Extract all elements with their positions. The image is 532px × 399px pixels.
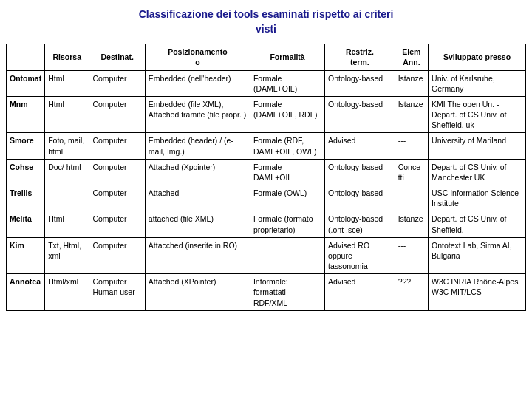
row-cell: Advised — [325, 133, 395, 159]
row-cell: Ontotext Lab, Sirma AI, Bulgaria — [429, 237, 526, 274]
row-name: Ontomat — [7, 70, 45, 96]
table-row: MnmHtmlComputerEmbedded (file XML), Atta… — [7, 96, 526, 133]
col-header-destinat: Destinat. — [89, 44, 145, 70]
table-row: CohseDoc/ htmlComputerAttached (Xpointer… — [7, 159, 526, 185]
row-cell: Istanze — [395, 96, 428, 133]
row-cell: Formale DAML+OIL — [250, 159, 324, 185]
row-cell: Html/xml — [45, 274, 89, 311]
row-cell: Ontology-based (.ont .sce) — [325, 211, 395, 237]
row-cell: Computer — [89, 159, 145, 185]
row-cell: Ontology-based — [325, 70, 395, 96]
row-cell: Doc/ html — [45, 159, 89, 185]
row-name: Mnm — [7, 96, 45, 133]
row-name: Cohse — [7, 159, 45, 185]
row-cell: Embedded (file XML), Attached tramite (f… — [145, 96, 250, 133]
row-cell: Computer — [89, 185, 145, 211]
row-cell: Formale (OWL) — [250, 185, 324, 211]
row-name: Kim — [7, 237, 45, 274]
row-cell: Istanze — [395, 211, 428, 237]
row-cell: Computer — [89, 70, 145, 96]
table-row: MelitaHtmlComputerattached (file XML)For… — [7, 211, 526, 237]
col-header-elem: ElemAnn. — [395, 44, 428, 70]
col-header-risorsa: Risorsa — [45, 44, 89, 70]
row-cell: Html — [45, 211, 89, 237]
row-cell: Formale (RDF, DAML+OIL, OWL) — [250, 133, 324, 159]
row-cell: --- — [395, 133, 428, 159]
row-cell: Formale (DAML+OIL, RDF) — [250, 96, 324, 133]
row-cell: Conce tti — [395, 159, 428, 185]
row-name: Smore — [7, 133, 45, 159]
row-name: Annotea — [7, 274, 45, 311]
col-header-formalita: Formalità — [250, 44, 324, 70]
row-cell: Formale (formato proprietario) — [250, 211, 324, 237]
row-cell: Attached (Xpointer) — [145, 159, 250, 185]
row-cell: Formale (DAML+OIL) — [250, 70, 324, 96]
row-cell: Attacched (inserite in RO) — [145, 237, 250, 274]
table-row: AnnoteaHtml/xmlComputer Human userAttach… — [7, 274, 526, 311]
row-cell — [45, 185, 89, 211]
row-cell: Attached — [145, 185, 250, 211]
row-cell: Embedded (nell'header) — [145, 70, 250, 96]
table-row: SmoreFoto, mail, htmlComputerEmbedded (h… — [7, 133, 526, 159]
row-cell: Univ. of Karlsruhe, Germany — [429, 70, 526, 96]
row-cell: Depart. of CS Univ. of Sheffield. — [429, 211, 526, 237]
table-row: KimTxt, Html, xmlComputerAttacched (inse… — [7, 237, 526, 274]
row-cell: University of Mariland — [429, 133, 526, 159]
row-cell: Attached (XPointer) — [145, 274, 250, 311]
table-row: TrellisComputerAttachedFormale (OWL)Onto… — [7, 185, 526, 211]
row-cell: USC Information Science Institute — [429, 185, 526, 211]
col-header-restriz: Restriz.term. — [325, 44, 395, 70]
row-cell: Computer Human user — [89, 274, 145, 311]
row-cell: Depart. of CS Univ. of Manchester UK — [429, 159, 526, 185]
col-header-posizionamento: Posizionamentoo — [145, 44, 250, 70]
row-cell: Embedded (header) / (e-mail, Img.) — [145, 133, 250, 159]
row-cell: Html — [45, 96, 89, 133]
row-cell: Computer — [89, 96, 145, 133]
row-cell: Computer — [89, 211, 145, 237]
row-cell: attached (file XML) — [145, 211, 250, 237]
classification-table: Risorsa Destinat. Posizionamentoo Formal… — [6, 44, 526, 311]
row-cell — [250, 237, 324, 274]
page-title: Classificazione dei tools esaminati risp… — [6, 7, 526, 36]
row-cell: Ontology-based — [325, 159, 395, 185]
row-cell: Txt, Html, xml — [45, 237, 89, 274]
row-cell: ??? — [395, 274, 428, 311]
row-cell: Advised — [325, 274, 395, 311]
row-cell: Foto, mail, html — [45, 133, 89, 159]
table-row: OntomatHtmlComputerEmbedded (nell'header… — [7, 70, 526, 96]
row-cell: Computer — [89, 237, 145, 274]
row-cell: Html — [45, 70, 89, 96]
row-cell: Ontology-based — [325, 96, 395, 133]
row-name: Melita — [7, 211, 45, 237]
row-cell: W3C INRIA Rhône-Alpes W3C MIT/LCS — [429, 274, 526, 311]
row-cell: Computer — [89, 133, 145, 159]
row-cell: Ontology-based — [325, 185, 395, 211]
col-header-sviluppato: Sviluppato presso — [429, 44, 526, 70]
col-header-name — [7, 44, 45, 70]
row-name: Trellis — [7, 185, 45, 211]
row-cell: Advised RO oppure tassonomia — [325, 237, 395, 274]
row-cell: --- — [395, 237, 428, 274]
row-cell: KMI The open Un. - Depart. of CS Univ. o… — [429, 96, 526, 133]
row-cell: Informale: formattati RDF/XML — [250, 274, 324, 311]
row-cell: --- — [395, 185, 428, 211]
row-cell: Istanze — [395, 70, 428, 96]
